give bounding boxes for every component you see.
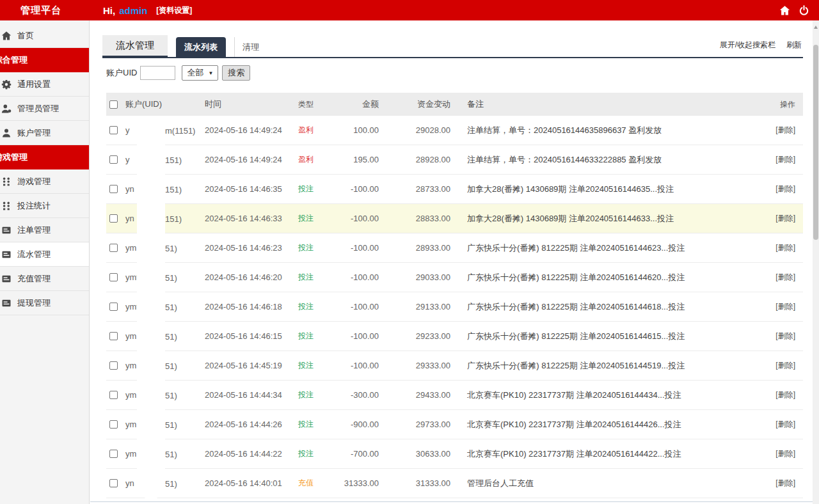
sidebar-item-label: 首页 [17, 30, 34, 42]
delete-link[interactable]: [删除] [775, 155, 795, 164]
row-checkbox[interactable] [109, 361, 118, 370]
sidebar-section-label: 综合管理 [0, 54, 28, 66]
redaction-overlay [137, 118, 165, 500]
row-check-cell [106, 273, 125, 281]
account-suffix: 151) [165, 184, 182, 194]
amount-cell: 195.00 [333, 155, 379, 164]
type-filter-value: 全部 [187, 67, 203, 79]
header-check-cell [106, 100, 125, 109]
current-username: admin [119, 5, 147, 16]
scrollbar-thumb[interactable] [813, 45, 818, 240]
uid-input[interactable] [140, 66, 175, 80]
delete-link[interactable]: [删除] [775, 449, 795, 458]
sidebar-item-提现管理[interactable]: 提现管理 [0, 291, 89, 315]
balance-cell: 30633.00 [379, 449, 450, 459]
delete-link[interactable]: [删除] [775, 302, 795, 311]
sidebar-section[interactable]: 游戏管理 [0, 145, 89, 169]
balance-cell: 29133.00 [379, 302, 450, 311]
delete-link[interactable]: [删除] [775, 390, 795, 399]
delete-link[interactable]: [删除] [775, 125, 795, 134]
select-all-checkbox[interactable] [109, 100, 118, 109]
row-checkbox[interactable] [109, 479, 118, 487]
delete-link[interactable]: [删除] [775, 214, 795, 223]
tabs-row: 流水管理 流水列表 清理 [102, 35, 803, 58]
type-badge: 盈利 [298, 125, 333, 136]
account-prefix: ym [125, 361, 136, 370]
home-icon[interactable] [779, 5, 790, 16]
table-row: ym(1151)2024-05-16 14:49:24盈利100.0029028… [106, 116, 803, 145]
sidebar-item-注单管理[interactable]: 注单管理 [0, 218, 89, 242]
row-checkbox[interactable] [109, 185, 118, 193]
delete-link[interactable]: [删除] [775, 478, 795, 487]
sidebar-item-管理员管理[interactable]: 管理员管理 [0, 97, 89, 121]
type-badge: 投注 [298, 360, 333, 371]
flow-table: 账户(UID)时间类型金额资金变动备注操作 ym(1151)2024-05-16… [106, 93, 803, 498]
sidebar-item-充值管理[interactable]: 充值管理 [0, 267, 89, 291]
profile-settings-link[interactable]: [资料设置] [156, 5, 192, 16]
row-checkbox[interactable] [109, 214, 118, 223]
time-cell: 2024-05-16 14:46:15 [205, 331, 298, 341]
type-badge: 盈利 [298, 154, 333, 165]
row-check-cell [106, 361, 125, 370]
balance-cell: 29028.00 [379, 125, 450, 135]
sidebar-item-游戏管理[interactable]: 游戏管理 [0, 169, 89, 194]
balance-cell: 29733.00 [379, 420, 450, 429]
chevron-down-icon: ▼ [208, 70, 213, 76]
row-checkbox[interactable] [109, 155, 118, 164]
sidebar-section[interactable]: 综合管理 [0, 48, 89, 72]
sidebar-item-label: 充值管理 [17, 273, 51, 285]
type-filter-select[interactable]: 全部 ▼ [182, 65, 218, 81]
delete-link[interactable]: [删除] [775, 420, 795, 429]
search-button[interactable]: 搜索 [222, 65, 250, 81]
type-badge: 投注 [298, 331, 333, 342]
row-checkbox[interactable] [109, 332, 118, 340]
sidebar-item-流水管理[interactable]: 流水管理 [0, 242, 89, 267]
table-row: yn151)2024-05-16 14:46:33投注-100.0028833.… [106, 204, 803, 233]
balance-cell: 31333.00 [379, 478, 450, 488]
scrollbar-up-arrow-icon[interactable] [814, 26, 818, 29]
tab-clean[interactable]: 清理 [234, 37, 267, 57]
amount-cell: -100.00 [333, 243, 379, 253]
delete-link[interactable]: [删除] [775, 331, 795, 340]
balance-cell: 28928.00 [379, 155, 450, 164]
remark-cell: 加拿大28(番摊) 1430689期 注单20240516144635...投注 [450, 184, 755, 195]
tab-flow-list[interactable]: 流水列表 [176, 37, 226, 57]
row-checkbox[interactable] [109, 273, 118, 281]
sidebar-item-投注统计[interactable]: 投注统计 [0, 194, 89, 218]
column-header: 操作 [755, 99, 803, 110]
delete-link[interactable]: [删除] [775, 243, 795, 252]
remark-cell: 管理后台人工充值 [450, 478, 755, 489]
page-title-tab[interactable]: 流水管理 [102, 35, 168, 58]
time-cell: 2024-05-16 14:46:23 [205, 243, 298, 253]
user-icon [1, 128, 12, 138]
row-checkbox[interactable] [109, 244, 118, 252]
row-check-cell [106, 214, 125, 223]
withdraw-card-icon [1, 298, 12, 308]
sidebar-item-账户管理[interactable]: 账户管理 [0, 121, 89, 145]
row-checkbox[interactable] [109, 303, 118, 311]
toggle-search-bar-link[interactable]: 展开/收起搜索栏 [720, 40, 775, 51]
admin-user-icon [1, 104, 12, 114]
account-suffix: 51) [165, 420, 177, 429]
time-cell: 2024-05-16 14:46:33 [205, 214, 298, 223]
amount-cell: -300.00 [333, 390, 379, 400]
delete-link[interactable]: [删除] [775, 272, 795, 281]
sidebar-item-首页[interactable]: 首页 [0, 24, 89, 48]
delete-link[interactable]: [删除] [775, 184, 795, 193]
sidebar-item-label: 账户管理 [17, 127, 51, 139]
action-cell: [删除] [755, 184, 803, 194]
delete-link[interactable]: [删除] [775, 361, 795, 370]
row-checkbox[interactable] [109, 126, 118, 134]
refresh-link[interactable]: 刷新 [786, 40, 802, 51]
stats-grid-icon [1, 201, 12, 211]
row-checkbox[interactable] [109, 391, 118, 399]
sidebar-item-通用设置[interactable]: 通用设置 [0, 72, 89, 97]
table-bottom-border [90, 501, 813, 502]
vertical-scrollbar[interactable] [813, 20, 819, 504]
list-toolbar: 展开/收起搜索栏 刷新 [720, 40, 802, 51]
row-checkbox[interactable] [109, 420, 118, 429]
row-checkbox[interactable] [109, 450, 118, 458]
gear-icon [1, 79, 12, 90]
power-icon[interactable] [799, 5, 809, 16]
time-cell: 2024-05-16 14:49:24 [205, 125, 298, 135]
